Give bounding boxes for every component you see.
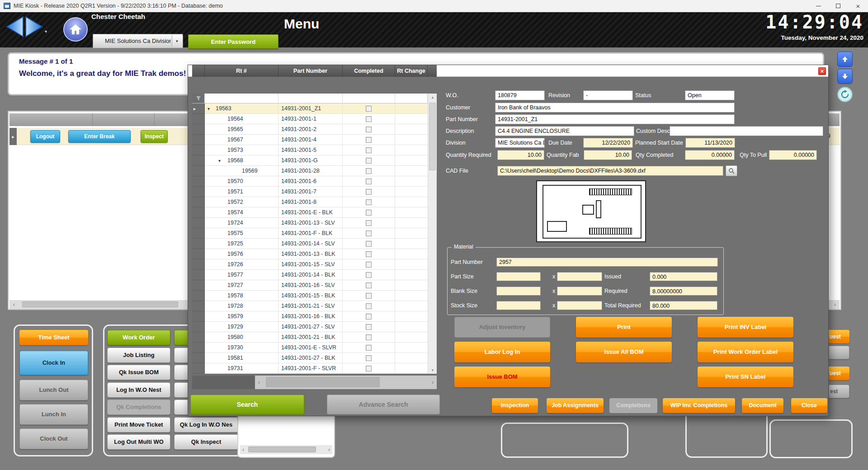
- status-field[interactable]: Open: [685, 90, 735, 100]
- blank-size-2-field[interactable]: [557, 287, 602, 296]
- completed-checkbox[interactable]: [366, 324, 372, 330]
- filter-input-rt[interactable]: [205, 94, 278, 103]
- logout-button[interactable]: Logout: [30, 130, 60, 143]
- dialog-close-button[interactable]: ×: [818, 67, 826, 75]
- qk-print-move-ticket-button[interactable]: Print Move Ticket: [107, 417, 170, 432]
- qk-log-in-w-o-nest-button[interactable]: Log In W.O Nest: [107, 382, 170, 398]
- scroll-up-icon[interactable]: ▴: [428, 94, 437, 101]
- table-row[interactable]: 1972514931-2001-14 - SLV: [192, 239, 428, 249]
- qk-qk-completions-button[interactable]: Qk Completions: [107, 400, 170, 415]
- nav-dropdown-icon[interactable]: ▾: [45, 29, 47, 34]
- scrollbar-thumb[interactable]: [22, 301, 178, 307]
- qk-job-listing-button[interactable]: Job Listing: [107, 348, 170, 363]
- table-row[interactable]: 1957014931-2001-6: [192, 176, 428, 187]
- completed-checkbox[interactable]: [366, 366, 372, 371]
- completed-checkbox[interactable]: [366, 210, 372, 216]
- filter-input-completed[interactable]: [343, 94, 395, 103]
- completed-checkbox[interactable]: [366, 189, 372, 195]
- table-row[interactable]: 1957314931-2001-5: [192, 145, 428, 155]
- table-row[interactable]: 1958114931-2001-27 - BLK: [192, 353, 428, 363]
- blank-size-1-field[interactable]: [496, 287, 541, 296]
- quantity-required-field[interactable]: 10.00: [497, 150, 544, 160]
- column-header-rtchange[interactable]: Rt Change: [395, 65, 428, 77]
- scroll-right-icon[interactable]: ›: [432, 380, 434, 385]
- due-date-field[interactable]: 12/22/2020: [583, 138, 633, 148]
- qty-to-pull-field[interactable]: 0.00000: [769, 150, 817, 160]
- print-button[interactable]: Print: [576, 317, 672, 338]
- refresh-button[interactable]: [837, 87, 853, 102]
- qk-qk-issue-bom-button[interactable]: Qk Issue BOM: [107, 365, 170, 380]
- revision-field[interactable]: -: [583, 90, 633, 100]
- table-row[interactable]: 1956514931-2001-2: [192, 124, 428, 135]
- completed-checkbox[interactable]: [366, 127, 372, 132]
- expand-caret-icon[interactable]: ▾: [208, 104, 210, 114]
- print-sn-label-button[interactable]: Print SN Label: [698, 367, 793, 387]
- nav-forward-icon[interactable]: [24, 15, 43, 38]
- table-row[interactable]: 1956914931-2001-28: [192, 166, 428, 176]
- table-row[interactable]: 1957514931-2001-F - BLK: [192, 228, 428, 239]
- completed-checkbox[interactable]: [366, 199, 372, 205]
- completed-checkbox[interactable]: [366, 220, 372, 226]
- table-row[interactable]: 1957414931-2001-E - BLK: [192, 207, 428, 218]
- table-row[interactable]: 1972614931-2001-15 - SLV: [192, 259, 428, 270]
- customer-field[interactable]: Iron Bank of Braavos: [495, 103, 735, 113]
- time-sheet-button[interactable]: Time Sheet: [19, 330, 88, 345]
- close-button[interactable]: ×: [848, 0, 868, 12]
- scroll-up-button[interactable]: [837, 52, 853, 67]
- adjust-inventory-button[interactable]: Adjust Inventory: [454, 317, 550, 338]
- horizontal-scrollbar[interactable]: ‹ ›: [255, 376, 437, 389]
- column-header-completed[interactable]: Completed: [343, 65, 395, 77]
- wo-field[interactable]: 180879: [495, 90, 545, 100]
- document-button[interactable]: Document: [742, 398, 783, 413]
- qk-qk-log-in-w-o-nes-button[interactable]: Qk Log In W.O Nes: [174, 417, 238, 432]
- chevron-down-icon[interactable]: ▼: [172, 35, 182, 47]
- scroll-left-icon[interactable]: ‹: [13, 302, 15, 307]
- table-row[interactable]: 1972414931-2001-13 - SLV: [192, 218, 428, 228]
- inspect-button[interactable]: Inspect: [141, 130, 168, 143]
- labor-log-in-button[interactable]: Labor Log In: [454, 342, 550, 362]
- planned-start-field[interactable]: 11/13/2020: [685, 138, 735, 148]
- part-size-1-field[interactable]: [496, 272, 541, 281]
- column-header-rt[interactable]: Rt #: [205, 65, 278, 77]
- table-row[interactable]: 1972714931-2001-16 - SLV: [192, 280, 428, 291]
- table-row[interactable]: 1956714931-2001-4: [192, 135, 428, 145]
- clipped-button-fragment[interactable]: [829, 346, 849, 359]
- scrollbar-thumb[interactable]: [266, 377, 380, 387]
- print-work-order-label-button[interactable]: Print Work Order Label: [698, 342, 793, 362]
- table-row[interactable]: ▾1956814931-2001-G: [192, 155, 428, 166]
- column-header-part[interactable]: Part Number: [278, 65, 343, 77]
- qty-completed-field[interactable]: 0.00000: [685, 150, 735, 160]
- scroll-down-button[interactable]: [837, 69, 853, 84]
- qk-work-order-button[interactable]: Work Order: [107, 330, 170, 345]
- completed-checkbox[interactable]: [366, 241, 372, 247]
- table-row[interactable]: 1957114931-2001-7: [192, 187, 428, 197]
- scroll-right-icon[interactable]: ›: [328, 447, 330, 452]
- clock-out-button[interactable]: Clock Out: [19, 428, 88, 449]
- completed-checkbox[interactable]: [366, 179, 372, 184]
- home-button[interactable]: [63, 17, 88, 42]
- clipped-button-fragment[interactable]: uest: [829, 330, 849, 343]
- lunch-out-button[interactable]: Lunch Out: [19, 380, 88, 400]
- part-size-2-field[interactable]: [557, 272, 602, 281]
- table-row[interactable]: 1973114931-2001-F - SLVR: [192, 363, 428, 374]
- completed-checkbox[interactable]: [366, 293, 372, 299]
- division-field[interactable]: MIE Solutions Ca D: [495, 138, 545, 148]
- stock-size-1-field[interactable]: [496, 301, 541, 310]
- stock-size-2-field[interactable]: [557, 301, 602, 310]
- enter-password-button[interactable]: Enter Password: [188, 34, 278, 49]
- division-dropdown[interactable]: MIE Solutions Ca Division ▼: [93, 34, 183, 48]
- required-field[interactable]: 8.00000000: [650, 287, 717, 296]
- completed-checkbox[interactable]: [366, 116, 372, 122]
- qk-log-out-multi-wo-button[interactable]: Log Out Multi WO: [107, 434, 170, 450]
- job-assignments-button[interactable]: Job Assignments: [547, 398, 604, 413]
- filter-input-rtchange[interactable]: [395, 94, 428, 103]
- completed-checkbox[interactable]: [366, 345, 372, 351]
- cad-file-field[interactable]: C:\Users\chell\Desktop\Demo Docs\DXFFile…: [497, 166, 723, 176]
- completed-checkbox[interactable]: [366, 147, 372, 153]
- close-button[interactable]: Close: [791, 398, 827, 413]
- filter-input-part[interactable]: [278, 94, 343, 103]
- completed-checkbox[interactable]: [366, 303, 372, 309]
- table-row[interactable]: 1957214931-2001-8: [192, 197, 428, 207]
- clipped-button-fragment[interactable]: est: [829, 385, 849, 398]
- horizontal-scrollbar[interactable]: ‹ ›: [240, 445, 332, 454]
